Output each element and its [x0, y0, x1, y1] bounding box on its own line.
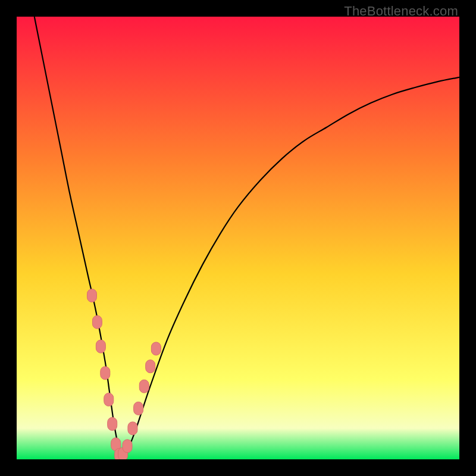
watermark-text: TheBottleneck.com [344, 4, 458, 19]
marker-pill [104, 393, 114, 406]
marker-pill [92, 315, 102, 328]
marker-pill [108, 417, 117, 430]
marker-pill [139, 380, 149, 393]
bottleneck-curve [35, 17, 459, 455]
marker-pill [87, 289, 96, 302]
marker-pill [134, 402, 143, 415]
marker-pill [146, 360, 155, 373]
marker-pill [128, 422, 137, 435]
plot-area [17, 17, 459, 459]
chart-frame: TheBottleneck.com [0, 0, 476, 476]
marker-pill [96, 340, 105, 353]
chart-svg [17, 17, 459, 459]
sample-markers [87, 289, 161, 459]
marker-pill [151, 342, 161, 355]
marker-pill [123, 440, 132, 453]
marker-pill [101, 367, 110, 380]
